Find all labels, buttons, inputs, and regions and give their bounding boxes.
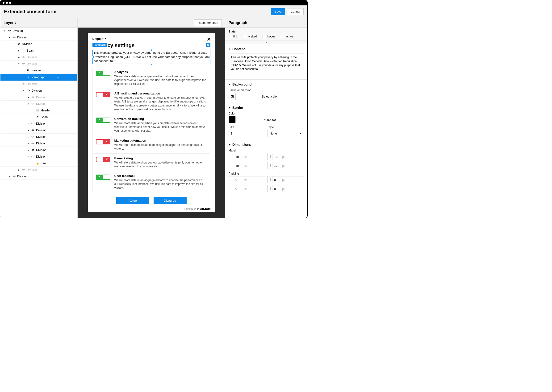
layer-item[interactable]: Division <box>0 120 77 127</box>
expand-arrow-icon[interactable] <box>18 49 20 52</box>
expand-arrow-icon[interactable] <box>27 142 29 145</box>
language-selector[interactable]: English ▼ <box>93 37 211 41</box>
consent-toggle[interactable] <box>96 71 110 76</box>
color-swatch[interactable] <box>229 116 236 123</box>
expand-arrow-icon[interactable] <box>18 168 20 171</box>
layer-item[interactable]: Division <box>0 54 77 61</box>
layer-item[interactable]: Division <box>0 101 77 107</box>
layer-item[interactable]: Span <box>0 114 77 120</box>
span-icon <box>36 115 39 119</box>
layer-label: Division <box>27 62 37 65</box>
consent-toggle[interactable] <box>96 175 110 180</box>
chevron-down-icon: ▼ <box>104 37 107 40</box>
code-icon <box>12 175 16 178</box>
margin-input[interactable]: ⎣10px <box>229 162 265 169</box>
layer-item[interactable]: Division <box>0 167 77 173</box>
layer-item[interactable]: Division <box>0 34 77 41</box>
layer-item[interactable]: Division <box>0 28 77 34</box>
layer-item[interactable]: Paragraph⌖ <box>0 74 77 81</box>
layer-label: Header <box>41 109 51 112</box>
disagree-button[interactable]: Disagree <box>153 197 187 204</box>
layer-item[interactable]: Division <box>0 173 77 180</box>
expand-arrow-icon[interactable] <box>27 135 29 138</box>
layer-item[interactable]: Division <box>0 81 77 87</box>
agree-button[interactable]: Agree <box>116 197 149 204</box>
layer-item[interactable]: Division <box>0 140 77 147</box>
border-color-value[interactable]: #000000 <box>236 116 304 123</box>
consent-toggle[interactable] <box>96 118 110 123</box>
code-icon <box>31 102 35 106</box>
select-color-button[interactable]: Select color <box>236 93 304 100</box>
layer-item[interactable]: Header <box>0 107 77 114</box>
consent-title: A/B testing and personalization <box>114 92 207 95</box>
expand-arrow-icon[interactable] <box>27 149 29 151</box>
layer-label: Division <box>17 175 28 178</box>
layer-item[interactable]: Division <box>0 147 77 153</box>
delete-element-button[interactable]: ✕ <box>206 43 211 47</box>
expand-arrow-icon[interactable] <box>18 63 20 65</box>
margin-input[interactable]: ⎦10px <box>267 162 304 169</box>
margin-input[interactable]: ⎡10px <box>229 153 265 160</box>
expand-arrow-icon[interactable] <box>13 43 15 45</box>
state-checkbox-visited[interactable]: visited <box>244 35 257 38</box>
expand-arrow-icon[interactable] <box>18 56 20 58</box>
state-checkbox-hover[interactable]: hover <box>262 35 275 38</box>
selected-paragraph[interactable]: This website protects your privacy by ad… <box>93 50 211 64</box>
layer-item[interactable]: Division <box>0 94 77 101</box>
side-icon: ⎦ <box>268 162 273 169</box>
canvas[interactable]: English ▼ ✕ Paragraph ✕ cy settings This… <box>78 28 225 218</box>
collapse-handle[interactable]: ▲ <box>225 41 307 44</box>
padding-input[interactable]: ⎦0px <box>267 185 304 192</box>
expand-arrow-icon[interactable] <box>27 103 29 105</box>
no-color-swatch[interactable]: ⊠ <box>229 93 236 100</box>
layer-item[interactable]: Division <box>0 41 77 47</box>
layer-label: Link <box>41 162 46 165</box>
expand-arrow-icon[interactable] <box>18 83 20 85</box>
chevron-down-icon: ▼ <box>229 48 231 50</box>
layer-item[interactable]: Link <box>0 160 77 167</box>
consent-desc: We will store data in an aggregated form… <box>114 178 207 190</box>
layer-item[interactable]: Division <box>0 87 77 94</box>
layer-item[interactable]: Division <box>0 133 77 140</box>
consent-desc: We will store data to create marketing c… <box>114 143 207 151</box>
state-checkbox-active[interactable]: active <box>281 35 293 38</box>
layers-panel: Layers DivisionDivisionDivisionSpanDivis… <box>0 18 78 218</box>
consent-toggle[interactable] <box>96 139 110 144</box>
expand-arrow-icon[interactable] <box>8 175 11 178</box>
consent-item: AnalyticsWe will store data in an aggreg… <box>93 67 210 89</box>
padding-input[interactable]: ⎤0px <box>267 176 304 183</box>
layer-item[interactable]: Span <box>0 47 77 54</box>
layer-item[interactable]: Division <box>0 127 77 133</box>
expand-arrow-icon[interactable] <box>4 29 6 32</box>
field-label: Size <box>229 126 265 129</box>
modal-heading[interactable]: cy settings <box>93 42 211 49</box>
consent-toggle[interactable] <box>96 157 110 162</box>
powered-by: Powered by PIWIKPRO <box>93 207 211 210</box>
cancel-button[interactable]: Cancel <box>287 8 304 15</box>
section-title: Border <box>232 106 243 110</box>
state-checkbox-link[interactable]: link <box>229 35 238 38</box>
reset-template-button[interactable]: Reset template <box>194 19 222 26</box>
layer-label: Division <box>27 56 37 59</box>
padding-input[interactable]: ⎣0px <box>229 185 265 192</box>
layer-label: Division <box>27 83 37 86</box>
border-size-input[interactable] <box>229 130 265 137</box>
layer-item[interactable]: Division <box>0 153 77 160</box>
padding-input[interactable]: ⎡0px <box>229 176 265 183</box>
close-icon[interactable]: ✕ <box>207 36 211 42</box>
layer-label: Division <box>36 155 46 158</box>
expand-arrow-icon[interactable] <box>22 89 25 92</box>
consent-item: A/B testing and personalizationWe will c… <box>93 89 210 114</box>
layer-item[interactable]: Header <box>0 67 77 74</box>
border-style-select[interactable]: None ▼ <box>268 130 304 137</box>
expand-arrow-icon[interactable] <box>8 36 11 39</box>
expand-arrow-icon[interactable] <box>27 129 29 132</box>
save-button[interactable]: Save <box>271 8 285 15</box>
expand-arrow-icon[interactable] <box>27 96 29 98</box>
expand-arrow-icon[interactable] <box>27 122 29 125</box>
content-textarea[interactable] <box>229 53 304 76</box>
expand-arrow-icon[interactable] <box>27 155 29 158</box>
layer-item[interactable]: Division <box>0 61 77 67</box>
margin-input[interactable]: ⎤10px <box>267 153 304 160</box>
consent-toggle[interactable] <box>96 92 110 97</box>
